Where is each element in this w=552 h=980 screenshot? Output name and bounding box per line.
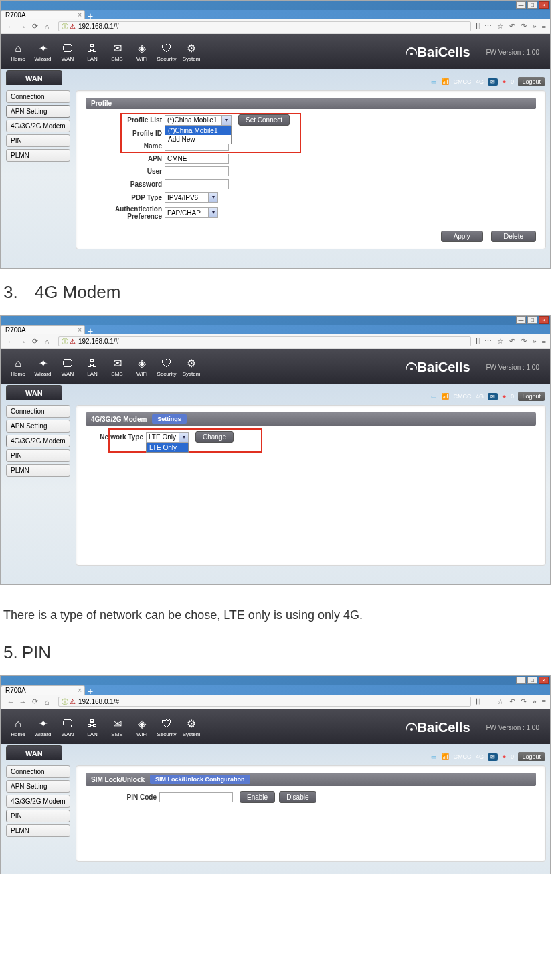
- close-button[interactable]: ×: [539, 1, 549, 9]
- nav-wan[interactable]: 🖵WAN: [56, 718, 80, 737]
- pin-code-input[interactable]: [159, 792, 233, 802]
- close-button[interactable]: ×: [539, 677, 549, 684]
- nav-sms[interactable]: ✉SMS: [105, 718, 129, 737]
- nav-system[interactable]: ⚙System: [179, 43, 203, 62]
- reader-icon[interactable]: 𝄃𝄃: [476, 697, 479, 706]
- nav-lan[interactable]: 🖧LAN: [80, 43, 104, 62]
- browser-tab[interactable]: R700A ×: [1, 325, 85, 334]
- nav-lan[interactable]: 🖧LAN: [80, 358, 104, 377]
- more-icon[interactable]: ⋯: [484, 22, 492, 31]
- sidebar-item-modem[interactable]: 4G/3G/2G Modem: [6, 435, 70, 447]
- disable-button[interactable]: Disable: [279, 791, 316, 803]
- minimize-button[interactable]: —: [516, 316, 526, 324]
- redo-icon[interactable]: ↷: [521, 697, 527, 706]
- password-input[interactable]: [165, 179, 229, 189]
- tab-close-icon[interactable]: ×: [78, 11, 82, 19]
- url-input[interactable]: ⓘ ⚠ 192.168.0.1/#: [58, 21, 471, 31]
- bookmark-icon[interactable]: ☆: [497, 697, 504, 706]
- more-icon[interactable]: ⋯: [484, 697, 492, 706]
- logout-button[interactable]: Logout: [518, 752, 545, 761]
- minimize-button[interactable]: —: [516, 677, 526, 684]
- section-tab-wan[interactable]: WAN: [6, 385, 62, 400]
- settings-tab[interactable]: Settings: [152, 414, 187, 424]
- nav-home[interactable]: ⌂Home: [6, 43, 30, 62]
- browser-tab[interactable]: R700A ×: [1, 10, 85, 19]
- maximize-button[interactable]: □: [527, 1, 537, 9]
- nav-wizard[interactable]: ✦Wizard: [31, 358, 55, 377]
- dropdown-option[interactable]: (*)China Mobile1: [165, 126, 231, 135]
- forward-button[interactable]: →: [18, 698, 27, 706]
- pdp-type-select[interactable]: IPV4/IPV6 ▾: [165, 192, 218, 203]
- network-type-dropdown[interactable]: LTE Only: [146, 443, 189, 453]
- menu-icon[interactable]: ≡: [542, 697, 546, 706]
- forward-button[interactable]: →: [18, 338, 27, 346]
- auth-pref-select[interactable]: PAP/CHAP ▾: [165, 207, 218, 218]
- home-button[interactable]: ⌂: [42, 698, 52, 706]
- bookmark-icon[interactable]: ☆: [497, 22, 504, 31]
- url-input[interactable]: ⓘ ⚠ 192.168.0.1/#: [58, 336, 471, 346]
- maximize-button[interactable]: □: [527, 677, 537, 684]
- maximize-button[interactable]: □: [527, 316, 537, 324]
- reader-icon[interactable]: 𝄃𝄃: [476, 22, 479, 31]
- set-connect-button[interactable]: Set Connect: [238, 114, 290, 126]
- undo-icon[interactable]: ↶: [509, 697, 515, 706]
- url-input[interactable]: ⓘ ⚠ 192.168.0.1/#: [58, 697, 471, 707]
- tab-close-icon[interactable]: ×: [78, 687, 82, 694]
- sidebar-item-pin[interactable]: PIN: [6, 449, 70, 462]
- redo-icon[interactable]: ↷: [521, 22, 527, 31]
- new-tab-button[interactable]: +: [88, 688, 93, 695]
- sidebar-item-plmn[interactable]: PLMN: [6, 824, 70, 837]
- logout-button[interactable]: Logout: [518, 392, 545, 401]
- nav-lan[interactable]: 🖧LAN: [80, 718, 104, 737]
- redo-icon[interactable]: ↷: [521, 337, 527, 346]
- home-button[interactable]: ⌂: [42, 23, 52, 31]
- nav-wifi[interactable]: ◈WiFi: [130, 358, 154, 377]
- nav-home[interactable]: ⌂Home: [6, 358, 30, 377]
- sidebar-item-plmn[interactable]: PLMN: [6, 464, 70, 477]
- minimize-button[interactable]: —: [516, 1, 526, 9]
- sidebar-item-apn[interactable]: APN Setting: [6, 105, 70, 118]
- nav-system[interactable]: ⚙System: [179, 358, 203, 377]
- dropdown-option[interactable]: Add New: [165, 135, 231, 144]
- nav-wizard[interactable]: ✦Wizard: [31, 718, 55, 737]
- reload-button[interactable]: ⟳: [30, 697, 39, 706]
- nav-home[interactable]: ⌂Home: [6, 718, 30, 737]
- new-tab-button[interactable]: +: [88, 13, 93, 19]
- nav-sms[interactable]: ✉SMS: [105, 358, 129, 377]
- config-tab[interactable]: SIM Lock/Unlock Configuration: [150, 775, 250, 784]
- apply-button[interactable]: Apply: [441, 231, 483, 242]
- reload-button[interactable]: ⟳: [30, 337, 39, 346]
- overflow-icon[interactable]: »: [532, 22, 536, 31]
- browser-tab[interactable]: R700A ×: [1, 685, 85, 695]
- nav-wifi[interactable]: ◈WiFi: [130, 43, 154, 62]
- sidebar-item-connection[interactable]: Connection: [6, 405, 70, 418]
- section-tab-wan[interactable]: WAN: [6, 745, 62, 760]
- enable-button[interactable]: Enable: [240, 791, 275, 803]
- tab-close-icon[interactable]: ×: [78, 326, 82, 334]
- nav-sms[interactable]: ✉SMS: [105, 43, 129, 62]
- sidebar-item-apn[interactable]: APN Setting: [6, 780, 70, 793]
- section-tab-wan[interactable]: WAN: [6, 70, 62, 85]
- bookmark-icon[interactable]: ☆: [497, 337, 504, 346]
- profile-list-dropdown[interactable]: (*)China Mobile1 Add New: [165, 126, 232, 144]
- sidebar-item-apn[interactable]: APN Setting: [6, 420, 70, 433]
- overflow-icon[interactable]: »: [532, 337, 536, 346]
- nav-wifi[interactable]: ◈WiFi: [130, 718, 154, 737]
- delete-button[interactable]: Delete: [491, 231, 536, 242]
- sidebar-item-plmn[interactable]: PLMN: [6, 149, 70, 162]
- undo-icon[interactable]: ↶: [509, 22, 515, 31]
- nav-wan[interactable]: 🖵WAN: [56, 358, 80, 377]
- nav-system[interactable]: ⚙System: [179, 718, 203, 737]
- back-button[interactable]: ←: [6, 338, 15, 346]
- nav-wizard[interactable]: ✦Wizard: [31, 43, 55, 62]
- new-tab-button[interactable]: +: [88, 328, 93, 334]
- overflow-icon[interactable]: »: [532, 697, 536, 706]
- undo-icon[interactable]: ↶: [509, 337, 515, 346]
- forward-button[interactable]: →: [18, 23, 27, 31]
- reload-button[interactable]: ⟳: [30, 22, 39, 31]
- back-button[interactable]: ←: [6, 698, 15, 706]
- apn-input[interactable]: [165, 154, 229, 164]
- network-type-select[interactable]: LTE Only ▾ LTE Only: [146, 432, 189, 443]
- sidebar-item-modem[interactable]: 4G/3G/2G Modem: [6, 120, 70, 132]
- sidebar-item-modem[interactable]: 4G/3G/2G Modem: [6, 795, 70, 808]
